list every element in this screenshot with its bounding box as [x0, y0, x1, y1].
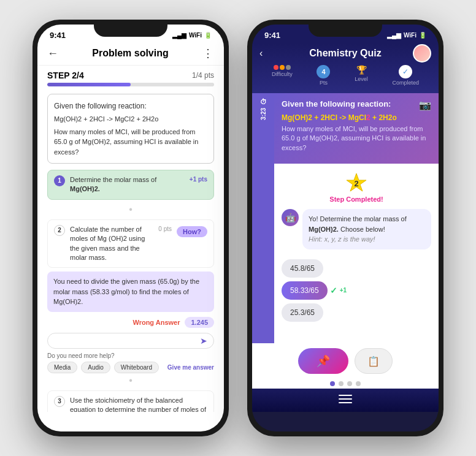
quiz-main: ⏱ 3:23 Given the following reaction: 📷 M… — [252, 93, 439, 343]
quiz-back-button[interactable]: ‹ — [259, 48, 263, 59]
answer-row-3: 25.3/65 — [282, 303, 431, 322]
question-title-row: Given the following reaction: 📷 — [282, 99, 431, 111]
star-container: 2 — [345, 172, 367, 194]
pts-num: 4 — [317, 65, 330, 78]
progress-fill — [47, 83, 131, 86]
wifi-icon: WiFi — [189, 32, 202, 39]
difficulty-label: Difficulty — [272, 71, 293, 77]
dot-grey — [286, 65, 291, 70]
whiteboard-button[interactable]: Whiteboard — [114, 362, 159, 373]
phone-notch — [94, 20, 167, 37]
hint-box: You need to divide the given mass (65.0g… — [47, 272, 214, 312]
pts-label-quiz: Pts — [320, 80, 328, 86]
quiz-wifi-icon: WiFi — [404, 32, 416, 39]
step-text-3: Use the stoichiometry of the balanced eq… — [70, 396, 207, 412]
step-bar: STEP 2/4 1/4 pts — [37, 66, 224, 83]
phone2-screen: 9:41 ▂▄▆ WiFi 🔋 ‹ Chemistry Quiz — [252, 25, 439, 431]
progress-bar-container — [37, 83, 224, 91]
dots-indicator — [252, 379, 439, 389]
dot-orange — [280, 65, 285, 70]
trophy-icon: 🏆 — [356, 65, 367, 75]
signal-icon: ▂▄▆ — [172, 32, 186, 39]
pin-icon: 📌 — [317, 354, 330, 368]
quiz-header-top: ‹ Chemistry Quiz — [259, 47, 431, 63]
help-buttons: Media Audio Whiteboard Give me answer — [37, 360, 224, 374]
step-num-2: 2 — [54, 225, 65, 236]
step-label: STEP 2/4 — [47, 70, 84, 80]
problem-box: Given the following reaction: Mg(OH)2 + … — [47, 94, 214, 164]
header-title: Problem solving — [92, 48, 168, 59]
quiz-battery-icon: 🔋 — [419, 32, 426, 39]
stat-difficulty: Difficulty — [272, 65, 293, 86]
answer-btn-2[interactable]: 58.33/65 — [282, 281, 328, 300]
help-label: Do you need more help? — [37, 351, 224, 360]
answer-input-row[interactable]: ➤ — [47, 333, 214, 349]
phone1-screen: 9:41 ▂▄▆ WiFi 🔋 ← Problem solving ⋮ STEP… — [37, 25, 224, 431]
note-button[interactable]: 📋 — [355, 348, 393, 374]
send-icon[interactable]: ➤ — [200, 336, 207, 346]
equation-highlight: 2 — [366, 113, 370, 122]
step-num-1: 1 — [54, 175, 65, 186]
menu-line-1 — [339, 395, 352, 396]
status-icons: ▂▄▆ WiFi 🔋 — [172, 32, 212, 39]
plus-pts: +1 — [340, 287, 347, 294]
step-item-2: 2 Calculate the number of moles of Mg (O… — [47, 219, 214, 268]
step-completed-badge: 2 Step Completed! — [274, 167, 439, 203]
step-pts-2: 0 pts — [153, 225, 172, 234]
answer-row-2: 58.33/65 ✓ +1 — [282, 281, 431, 300]
answer-row-1: 45.8/65 — [282, 259, 431, 278]
more-menu-button[interactable]: ⋮ — [202, 47, 214, 60]
audio-button[interactable]: Audio — [81, 362, 110, 373]
dot-3 — [347, 381, 352, 386]
problem-header: ← Problem solving ⋮ — [37, 44, 224, 66]
completed-icon: ✓ — [399, 65, 412, 78]
quiz-header: ‹ Chemistry Quiz Difficulty — [252, 44, 439, 93]
dot-2 — [339, 381, 344, 386]
step-text-1: Determine the molar mass of Mg(OH)2. — [70, 175, 185, 194]
divider-2: • — [37, 374, 224, 387]
stat-completed: ✓ Completed — [393, 65, 420, 86]
bottom-actions: 📌 📋 — [252, 343, 439, 379]
stat-level: 🏆 Level — [355, 65, 368, 86]
wrong-answer-row: Wrong Answer 1.245 — [37, 314, 224, 330]
problem-question: How many moles of MCI, will be produced … — [54, 127, 207, 158]
problem-given: Given the following reaction: — [54, 101, 207, 112]
pts-label: 1/4 pts — [192, 71, 214, 80]
pin-button[interactable]: 📌 — [298, 348, 348, 374]
back-button[interactable]: ← — [47, 47, 58, 60]
completed-label: Completed — [393, 80, 420, 86]
step-completed-text: Step Completed! — [329, 196, 383, 203]
steps-scroll[interactable]: 1 Determine the molar mass of Mg(OH)2. +… — [37, 166, 224, 412]
camera-icon[interactable]: 📷 — [419, 99, 431, 111]
quiz-content: Given the following reaction: 📷 Mg(OH)2 … — [274, 93, 439, 343]
chat-row: 🤖 Yo! Determine the molar mass of Mg(OH)… — [274, 207, 439, 252]
star-number: 2 — [354, 179, 358, 188]
step-num-3: 3 — [54, 396, 65, 407]
answer-input[interactable] — [54, 336, 195, 345]
how-button[interactable]: How? — [177, 226, 207, 237]
divider-1: • — [37, 203, 224, 216]
dot-1 — [330, 381, 335, 386]
question-header-box: Given the following reaction: 📷 Mg(OH)2 … — [274, 93, 439, 164]
difficulty-dots — [274, 65, 291, 70]
media-button[interactable]: Media — [47, 362, 77, 373]
menu-bar[interactable] — [252, 389, 439, 412]
quiz-question-text: How many moles of MCI, will be produced … — [282, 124, 431, 153]
timer-value: 3:23 — [260, 108, 267, 120]
hamburger-icon[interactable] — [339, 395, 352, 403]
step-item-3: 3 Use the stoichiometry of the balanced … — [47, 390, 214, 412]
quiz-title: Chemistry Quiz — [309, 48, 381, 59]
phone-problem-solving: 9:41 ▂▄▆ WiFi 🔋 ← Problem solving ⋮ STEP… — [33, 20, 229, 436]
chat-bubble: Yo! Determine the molar mass of Mg(OH)2.… — [302, 209, 431, 249]
bot-avatar: 🤖 — [282, 209, 299, 226]
progress-track — [47, 83, 214, 86]
wrong-answer-value: 1.245 — [185, 317, 214, 328]
answer-btn-1[interactable]: 45.8/65 — [282, 259, 323, 278]
give-answer-button[interactable]: Give me answer — [167, 364, 214, 371]
step-text-2: Calculate the number of moles of Mg (OH)… — [70, 225, 148, 263]
chat-message: Yo! Determine the molar mass of Mg(OH)2.… — [309, 215, 407, 233]
problem-equation: Mg(OH)2 + 2HCI -> MgCI2 + 2H2o — [54, 114, 207, 124]
phone-chemistry-quiz: 9:41 ▂▄▆ WiFi 🔋 ‹ Chemistry Quiz — [247, 20, 443, 436]
quiz-signal-icon: ▂▄▆ — [387, 32, 401, 39]
answer-btn-3[interactable]: 25.3/65 — [282, 303, 323, 322]
